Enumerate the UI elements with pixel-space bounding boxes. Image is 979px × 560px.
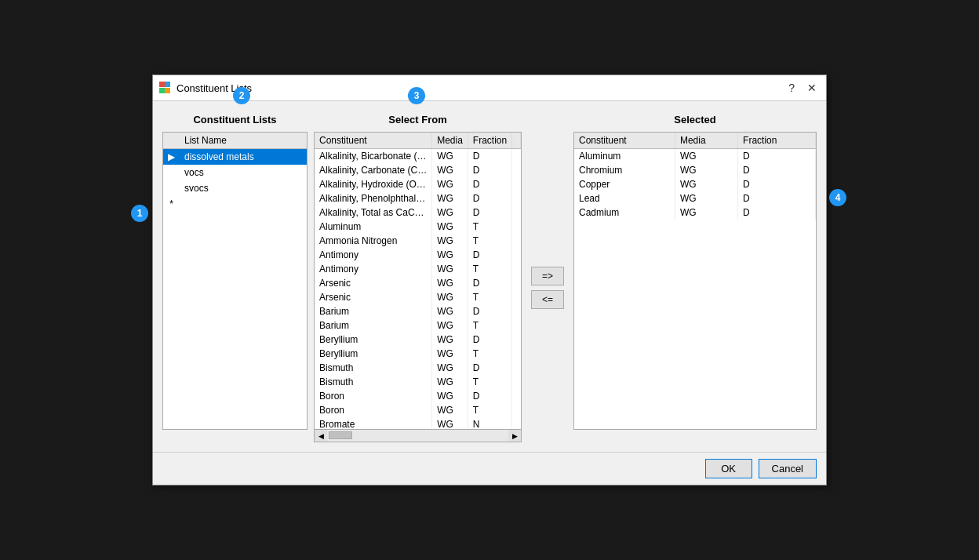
selected-cell: D <box>738 205 816 220</box>
row-marker: ▶ <box>163 149 180 165</box>
selected-title: Selected <box>573 111 817 129</box>
selected-row[interactable]: CopperWGD <box>574 177 816 191</box>
select-from-cell: WG <box>432 375 468 389</box>
row-marker <box>163 165 180 180</box>
select-from-wrapper: ConstituentMediaFraction Alkalinity, Bic… <box>314 132 522 442</box>
select-from-row[interactable]: Alkalinity, Bicarbonate (…WGD <box>315 149 521 164</box>
horizontal-scrollbar[interactable]: ◀ ▶ <box>314 430 522 442</box>
selected-cell: Chromium <box>574 163 675 177</box>
select-from-row[interactable]: BromateWGN <box>315 417 521 430</box>
select-from-cell: WG <box>432 318 468 333</box>
badge-4: 4 <box>829 189 846 206</box>
select-from-cell: D <box>468 149 511 164</box>
select-from-cell: D <box>468 205 511 220</box>
select-from-cell: T <box>468 318 511 333</box>
select-from-row[interactable]: BerylliumWGD <box>315 333 521 347</box>
ok-button[interactable]: OK <box>705 459 752 478</box>
forward-button[interactable]: => <box>531 267 564 285</box>
select-from-cell: N <box>468 417 511 430</box>
select-from-row[interactable]: AntimonyWGT <box>315 262 521 276</box>
selected-cell: D <box>738 191 816 205</box>
help-button[interactable]: ? <box>785 80 798 96</box>
select-from-title: Select From <box>314 111 522 129</box>
select-from-cell: WG <box>432 191 468 205</box>
select-from-row[interactable]: Alkalinity, Phenolphthal…WGD <box>315 191 521 205</box>
select-from-cell: Antimony <box>315 262 432 276</box>
scroll-right-btn[interactable]: ▶ <box>508 430 521 442</box>
select-from-col-header: Fraction <box>468 133 511 149</box>
select-from-row[interactable]: AluminumWGT <box>315 220 521 234</box>
select-from-cell: Bismuth <box>315 375 432 389</box>
title-bar-buttons: ? ✕ <box>785 80 820 96</box>
transfer-buttons: => <= <box>528 133 567 442</box>
select-from-cell: T <box>468 347 511 361</box>
select-from-cell: WG <box>432 205 468 220</box>
select-from-cell: D <box>468 163 511 177</box>
select-from-cell: D <box>468 248 511 262</box>
select-from-cell: WG <box>432 417 468 430</box>
list-name-cell <box>180 196 307 212</box>
cancel-button[interactable]: Cancel <box>759 459 817 478</box>
constituent-lists-table[interactable]: List Name ▶ dissolved metals vocs svocs … <box>162 132 308 430</box>
select-from-cell: WG <box>432 276 468 290</box>
selected-cell: D <box>738 177 816 191</box>
select-from-cell: WG <box>432 177 468 191</box>
selected-table[interactable]: ConstituentMediaFraction AluminumWGDChro… <box>573 132 817 430</box>
select-from-cell: D <box>468 276 511 290</box>
select-from-row[interactable]: Alkalinity, Hydroxide (O…WGD <box>315 177 521 191</box>
selected-col-header: Constituent <box>574 133 675 149</box>
selected-row[interactable]: AluminumWGD <box>574 149 816 164</box>
select-from-cell: D <box>468 191 511 205</box>
list-name-cell: svocs <box>180 180 307 196</box>
select-from-cell: Arsenic <box>315 290 432 304</box>
app-icon <box>159 82 172 94</box>
select-from-cell: Bromate <box>315 417 432 430</box>
selected-cell: WG <box>675 163 737 177</box>
select-from-row[interactable]: ArsenicWGD <box>315 276 521 290</box>
selected-cell: Copper <box>574 177 675 191</box>
list-item[interactable]: ▶ dissolved metals <box>163 149 307 165</box>
selected-row[interactable]: CadmiumWGD <box>574 205 816 220</box>
dialog-footer: OK Cancel <box>153 452 826 485</box>
select-from-cell: D <box>468 177 511 191</box>
select-from-row[interactable]: Alkalinity, Total as CaC…WGD <box>315 205 521 220</box>
select-from-cell: Beryllium <box>315 333 432 347</box>
selected-cell: WG <box>675 149 737 164</box>
select-from-row[interactable]: BerylliumWGT <box>315 347 521 361</box>
close-button[interactable]: ✕ <box>804 80 820 96</box>
list-item[interactable]: svocs <box>163 180 307 196</box>
select-from-row[interactable]: Ammonia NitrogenWGT <box>315 234 521 248</box>
select-from-col-header: Constituent <box>315 133 432 149</box>
select-from-cell: WG <box>432 163 468 177</box>
select-from-cell: WG <box>432 389 468 403</box>
select-from-table[interactable]: ConstituentMediaFraction Alkalinity, Bic… <box>314 132 522 430</box>
scroll-left-btn[interactable]: ◀ <box>315 430 327 442</box>
select-from-cell: Aluminum <box>315 220 432 234</box>
selected-panel: 4 Selected ConstituentMediaFraction Alum… <box>573 111 817 442</box>
select-from-row[interactable]: BariumWGT <box>315 318 521 333</box>
select-from-cell: Boron <box>315 403 432 417</box>
select-from-cell: Alkalinity, Carbonate (C… <box>315 163 432 177</box>
select-from-row[interactable]: BoronWGD <box>315 389 521 403</box>
list-item[interactable]: vocs <box>163 165 307 180</box>
select-from-cell: Boron <box>315 389 432 403</box>
list-item[interactable]: * <box>163 196 307 212</box>
select-from-row[interactable]: BoronWGT <box>315 403 521 417</box>
select-from-cell: D <box>468 389 511 403</box>
select-from-cell: Beryllium <box>315 347 432 361</box>
select-from-row[interactable]: BismuthWGT <box>315 375 521 389</box>
select-from-row[interactable]: BismuthWGD <box>315 361 521 375</box>
select-from-cell: Arsenic <box>315 276 432 290</box>
col-list-name: List Name <box>180 133 307 149</box>
select-from-row[interactable]: ArsenicWGT <box>315 290 521 304</box>
backward-button[interactable]: <= <box>531 290 564 309</box>
badge-1: 1 <box>131 205 148 222</box>
selected-row[interactable]: ChromiumWGD <box>574 163 816 177</box>
selected-row[interactable]: LeadWGD <box>574 191 816 205</box>
badge-3: 3 <box>408 87 425 104</box>
select-from-cell: T <box>468 234 511 248</box>
select-from-row[interactable]: BariumWGD <box>315 304 521 318</box>
select-from-cell: WG <box>432 403 468 417</box>
select-from-row[interactable]: AntimonyWGD <box>315 248 521 262</box>
select-from-row[interactable]: Alkalinity, Carbonate (C…WGD <box>315 163 521 177</box>
